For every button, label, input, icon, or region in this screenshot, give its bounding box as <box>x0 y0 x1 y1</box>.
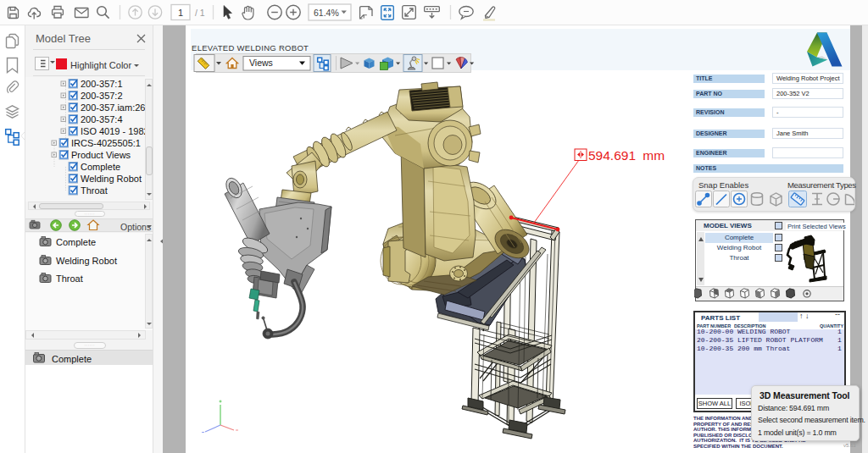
svg-text:200-357:4: 200-357:4 <box>81 114 123 124</box>
svg-text:ISO 4019 - 1982 100: ISO 4019 - 1982 100 <box>81 126 153 136</box>
svg-text:200-357:1: 200-357:1 <box>81 79 123 89</box>
svg-text:Complete: Complete <box>81 162 120 172</box>
svg-text:Complete: Complete <box>56 237 96 247</box>
svg-text:IRCS-4025505:1: IRCS-4025505:1 <box>71 138 141 148</box>
svg-text:Product Views: Product Views <box>71 150 131 160</box>
svg-text:200-357:2: 200-357:2 <box>81 91 123 101</box>
svg-text:/ 1: / 1 <box>195 8 205 18</box>
svg-text:1: 1 <box>178 8 183 18</box>
svg-text:594.691 mm: 594.691 mm <box>588 148 665 163</box>
svg-text:Welding Robot: Welding Robot <box>56 256 117 266</box>
svg-text:Throat: Throat <box>56 273 83 284</box>
svg-text:Throat: Throat <box>81 185 108 196</box>
svg-text:200-357.iam:26: 200-357.iam:26 <box>81 102 145 113</box>
svg-text:Welding Robot: Welding Robot <box>81 174 142 184</box>
svg-text:61.4%: 61.4% <box>314 8 339 18</box>
